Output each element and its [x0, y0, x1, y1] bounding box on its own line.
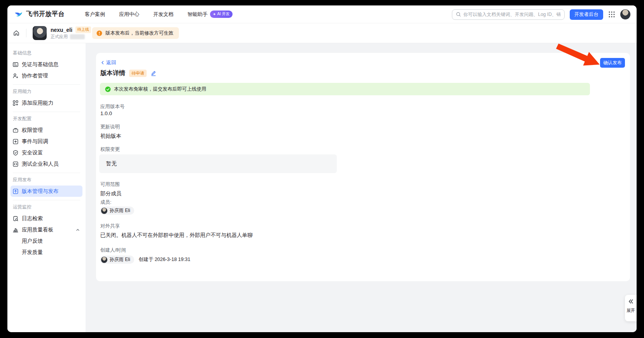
app-name: nexu_eli — [51, 27, 72, 33]
sidebar-item-label: 日志检索 — [22, 215, 43, 222]
creator-name: 孙庆雨 Eli — [110, 256, 130, 263]
review-notice-banner: 本次发布免审核，提交发布后即可上线使用 — [100, 83, 590, 95]
confirm-publish-button[interactable]: 确认发布 — [600, 58, 625, 68]
bar-chart-icon — [12, 227, 19, 233]
sidebar-item-label: 权限管理 — [22, 127, 43, 134]
navbar-right: 开发者后台 — [452, 5, 631, 23]
user-add-icon — [12, 73, 19, 79]
ai-dev-badge: ✦AI 开发 — [210, 11, 233, 18]
created-at: 创建于 2026-3-18 19:31 — [139, 256, 191, 263]
search-icon — [456, 12, 461, 17]
sidebar-item-user-feedback[interactable]: 用户反馈 — [7, 235, 86, 247]
brand-name: 飞书开放平台 — [26, 10, 65, 18]
screen: 飞书开放平台 客户案例 应用中心 开发文档 智能助手 ✦AI 开发 开发者后 — [0, 0, 644, 338]
sidebar-item-credentials[interactable]: 凭证与基础信息 — [7, 59, 86, 70]
sidebar-item-label: 添加应用能力 — [22, 100, 53, 107]
top-navbar: 飞书开放平台 客户案例 应用中心 开发文档 智能助手 ✦AI 开发 开发者后 — [7, 5, 637, 23]
app-type-label: 正式应用 — [51, 34, 68, 40]
divider — [13, 112, 80, 112]
main-content: 确认发布 返回 版本详情 待申请 本次发布免审核，提交 — [86, 43, 637, 332]
sidebar-item-quality-dashboard[interactable]: 应用质量看板 — [7, 224, 86, 235]
members-label: 成员: — [100, 199, 111, 206]
app-window: 飞书开放平台 客户案例 应用中心 开发文档 智能助手 ✦AI 开发 开发者后 — [7, 5, 637, 332]
version-alert-banner: 版本发布后，当前修改方可生效 — [92, 27, 179, 39]
member-pill[interactable]: 孙庆雨 Eli — [100, 207, 134, 215]
card-title-row: 版本详情 待申请 — [100, 69, 156, 77]
sidebar-item-version-management[interactable]: 版本管理与发布 — [10, 186, 82, 197]
creator-pill[interactable]: 孙庆雨 Eli — [100, 256, 134, 264]
nav-item-app-center[interactable]: 应用中心 — [119, 11, 139, 18]
sidebar-item-label: 事件与回调 — [22, 138, 48, 145]
expand-widget[interactable]: 展开 — [625, 295, 637, 321]
sidebar-item-label: 协作者管理 — [22, 72, 48, 79]
id-card-icon — [12, 61, 19, 68]
home-icon — [13, 30, 20, 37]
search-box[interactable] — [452, 9, 565, 20]
scope-value: 部分成员 — [100, 190, 121, 197]
divider — [26, 29, 26, 37]
changelog-label: 更新说明 — [100, 124, 120, 130]
shield-check-icon — [12, 150, 19, 156]
developer-console-button[interactable]: 开发者后台 — [570, 9, 604, 20]
nav-item-docs[interactable]: 开发文档 — [153, 11, 173, 18]
expand-label: 展开 — [626, 308, 635, 313]
sidebar-section-capability: 应用能力 — [13, 88, 86, 95]
sidebar-item-security[interactable]: 安全设置 — [7, 147, 86, 158]
feishu-logo-icon — [14, 10, 23, 19]
external-share-label: 对外共享 — [100, 223, 120, 229]
warning-icon — [96, 30, 102, 36]
permission-change-value: 暂无 — [106, 160, 117, 167]
back-link[interactable]: 返回 — [100, 59, 116, 66]
chevron-up-icon[interactable] — [75, 228, 80, 232]
member-row: 孙庆雨 Eli — [100, 207, 134, 215]
ai-badge-label: AI 开发 — [217, 11, 229, 17]
external-share-value: 已关闭。机器人不可在外部群中使用，外部用户不可与机器人单聊 — [100, 232, 253, 239]
permission-change-label: 权限变更 — [100, 146, 120, 153]
briefcase-icon — [12, 127, 19, 133]
sidebar-item-label: 安全设置 — [22, 149, 43, 156]
divider — [13, 200, 80, 200]
square-plus-icon — [12, 138, 19, 145]
app-avatar — [33, 26, 47, 40]
sidebar-item-test-org[interactable]: 测试企业和人员 — [7, 158, 86, 170]
sidebar-section-dev-config: 开发配置 — [13, 115, 86, 122]
notice-text: 本次发布免审核，提交发布后即可上线使用 — [114, 86, 206, 93]
sidebar-item-label: 版本管理与发布 — [22, 188, 59, 195]
arrow-up-square-icon — [12, 188, 19, 194]
divider — [13, 173, 80, 173]
sidebar-item-permissions[interactable]: 权限管理 — [7, 124, 86, 136]
creator-row: 孙庆雨 Eli 创建于 2026-3-18 19:31 — [100, 256, 190, 264]
edit-pencil-icon[interactable] — [150, 70, 156, 76]
divider — [13, 84, 80, 85]
nav-item-cases[interactable]: 客户案例 — [85, 11, 105, 18]
app-meta: nexu_eli 待上线 正式应用 — [51, 26, 91, 40]
sparkle-icon: ✦ — [213, 12, 216, 16]
nav-item-assistant[interactable]: 智能助手 ✦AI 开发 — [187, 11, 233, 18]
sidebar-section-monitoring: 运营监控 — [13, 203, 86, 210]
sidebar-item-collaborators[interactable]: 协作者管理 — [7, 70, 86, 81]
apps-grid-icon[interactable] — [608, 11, 615, 18]
user-avatar[interactable] — [620, 9, 630, 19]
page-title: 版本详情 — [100, 69, 125, 77]
sidebar-item-events[interactable]: 事件与回调 — [7, 136, 86, 147]
creator-avatar — [101, 257, 107, 263]
sidebar-item-add-capability[interactable]: 添加应用能力 — [7, 97, 86, 109]
nav-menu: 客户案例 应用中心 开发文档 智能助手 ✦AI 开发 — [85, 11, 233, 18]
brand[interactable]: 飞书开放平台 — [14, 10, 65, 19]
sidebar-section-release: 应用发布 — [13, 176, 86, 183]
sidebar-section-basic: 基础信息 — [13, 49, 86, 56]
sidebar-item-log-search[interactable]: 日志检索 — [7, 213, 86, 224]
search-input[interactable] — [464, 12, 561, 17]
member-name: 孙庆雨 Eli — [110, 207, 130, 214]
version-detail-card: 确认发布 返回 版本详情 待申请 本次发布免审核，提交 — [96, 53, 630, 281]
sidebar-item-dev-quality[interactable]: 开发质量 — [7, 247, 86, 258]
double-chevron-left-icon — [628, 299, 634, 304]
status-badge: 待申请 — [129, 70, 147, 77]
home-button[interactable] — [13, 30, 20, 37]
app-subheader: nexu_eli 待上线 正式应用 版本发布后，当前修改方可生效 — [7, 23, 637, 43]
sidebar-item-label: 测试企业和人员 — [22, 161, 59, 168]
app-status-badge: 待上线 — [75, 26, 91, 33]
code-square-icon — [12, 161, 19, 167]
sidebar: 基础信息 凭证与基础信息 协作者管理 应用能力 — [7, 43, 86, 332]
creator-label: 创建人/时间 — [100, 247, 126, 254]
